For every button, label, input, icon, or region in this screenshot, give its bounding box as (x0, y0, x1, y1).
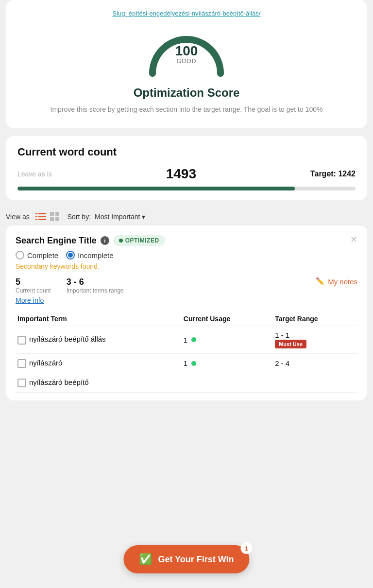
col-usage: Current Usage (182, 312, 273, 326)
usage-cell: 1 (182, 326, 273, 354)
radio-incomplete[interactable]: Incomplete (66, 251, 113, 259)
secondary-keywords: Secondary keywords found. (16, 262, 357, 270)
stat-terms-range: 3 - 6 Important terms range (67, 277, 124, 294)
term-checkbox[interactable] (17, 359, 26, 368)
svg-rect-9 (55, 217, 59, 221)
optimized-badge: OPTIMIZED (113, 235, 165, 246)
must-use-badge: Must Use (275, 340, 306, 348)
stat-range-number: 3 - 6 (67, 277, 124, 287)
gauge-label: GOOD (175, 58, 198, 65)
word-count-target: Target: 1242 (310, 170, 356, 178)
svg-rect-5 (38, 219, 46, 220)
target-cell: 1 - 1Must Use (273, 326, 357, 354)
word-count-title: Current word count (17, 146, 356, 158)
stat-current-count: 5 Current count (16, 277, 51, 294)
sort-label: Sort by: (68, 213, 91, 221)
close-button[interactable]: ✕ (350, 235, 357, 244)
svg-rect-1 (38, 213, 46, 214)
radio-incomplete-inner (68, 253, 73, 258)
table-row: nyílászáró beépítő állás11 - 1Must Use (16, 326, 357, 354)
win-button-wrapper: ✅ Get Your First Win 1 (123, 545, 249, 573)
optimized-dot (119, 239, 123, 242)
radio-complete-outer (16, 251, 24, 259)
table-header-row: Important Term Current Usage Target Rang… (16, 312, 357, 326)
section-header-left: Search Engine Title i OPTIMIZED (16, 235, 344, 246)
svg-rect-3 (38, 216, 46, 217)
score-title: Optimization Score (17, 86, 356, 100)
green-dot-icon (191, 337, 196, 342)
svg-rect-2 (35, 216, 37, 217)
term-checkbox[interactable] (17, 336, 26, 345)
stat-range-desc: Important terms range (67, 287, 124, 294)
gauge-center: 100 GOOD (175, 44, 198, 65)
slug-link[interactable]: Slug: építési-engedélyezési-nyílászáró-b… (17, 10, 356, 17)
grid-view-icon[interactable] (50, 212, 60, 222)
target-cell: 2 - 4 (273, 354, 357, 373)
my-notes-label: My notes (328, 277, 357, 286)
svg-rect-6 (50, 212, 54, 216)
section-header: Search Engine Title i OPTIMIZED ✕ (16, 235, 357, 246)
optimized-text: OPTIMIZED (125, 237, 159, 244)
radio-row: Complete Incomplete (16, 251, 357, 259)
radio-incomplete-label: Incomplete (78, 251, 113, 259)
gauge-container: 100 GOOD (143, 25, 230, 78)
sort-value-text: Most Important (95, 213, 140, 221)
svg-rect-7 (55, 212, 59, 216)
word-count-current: 1493 (166, 166, 196, 182)
table-row: nyílászáró beépítő (16, 373, 357, 393)
term-checkbox[interactable] (17, 379, 26, 387)
word-count-card: Current word count Leave as is 1493 Targ… (6, 136, 367, 200)
list-view-icon[interactable] (35, 213, 46, 221)
radio-complete[interactable]: Complete (16, 251, 58, 259)
svg-rect-8 (50, 217, 54, 221)
usage-cell: 1 (182, 354, 273, 373)
stat-current-desc: Current count (16, 287, 51, 294)
info-icon[interactable]: i (101, 236, 109, 245)
win-badge: 1 (241, 542, 253, 554)
gauge-value: 100 (175, 44, 198, 58)
chevron-down-icon: ▾ (142, 213, 145, 221)
section-title-row: Search Engine Title i OPTIMIZED (16, 235, 344, 246)
radio-incomplete-outer (66, 251, 75, 259)
green-dot-icon (191, 361, 196, 366)
more-info-link[interactable]: More info (16, 296, 44, 304)
table-row: nyílászáró12 - 4 (16, 354, 357, 373)
col-target: Target Range (273, 312, 357, 326)
section-card-search-engine-title: Search Engine Title i OPTIMIZED ✕ Comple… (6, 225, 367, 400)
progress-bar-fill (17, 187, 295, 190)
get-first-win-button[interactable]: ✅ Get Your First Win (123, 545, 249, 573)
table-header: Important Term Current Usage Target Rang… (16, 312, 357, 326)
stats-row: 5 Current count 3 - 6 Important terms ra… (16, 277, 357, 294)
term-cell: nyílászáró beépítő állás (16, 326, 182, 354)
my-notes-button[interactable]: ✏️ My notes (316, 277, 357, 286)
table-body: nyílászáró beépítő állás11 - 1Must Useny… (16, 326, 357, 393)
stat-current-number: 5 (16, 277, 51, 287)
term-cell: nyílászáró beépítő (16, 373, 182, 393)
score-description: Improve this score by getting each secti… (17, 104, 356, 115)
target-cell (273, 373, 357, 393)
view-as-label: View as (6, 213, 30, 221)
word-count-status: Leave as is (17, 170, 52, 178)
pencil-icon: ✏️ (316, 277, 325, 286)
sort-dropdown[interactable]: Most Important ▾ (95, 213, 145, 221)
target-range: 1 - 1 (275, 331, 356, 339)
toolbar: View as Sort by: Most Important ▾ (0, 208, 373, 225)
section-title: Search Engine Title (16, 236, 97, 246)
col-term: Important Term (16, 312, 182, 326)
svg-rect-0 (35, 213, 37, 214)
win-icon: ✅ (139, 553, 152, 566)
progress-bar (17, 187, 356, 190)
usage-cell (182, 373, 273, 393)
radio-complete-label: Complete (27, 251, 58, 259)
score-card: Slug: építési-engedélyezési-nyílászáró-b… (6, 0, 367, 128)
win-button-container: ✅ Get Your First Win 1 (123, 545, 249, 573)
terms-table: Important Term Current Usage Target Rang… (16, 312, 357, 393)
svg-rect-4 (35, 219, 37, 220)
target-range: 2 - 4 (275, 359, 356, 367)
term-cell: nyílászáró (16, 354, 182, 373)
win-label: Get Your First Win (158, 554, 234, 565)
